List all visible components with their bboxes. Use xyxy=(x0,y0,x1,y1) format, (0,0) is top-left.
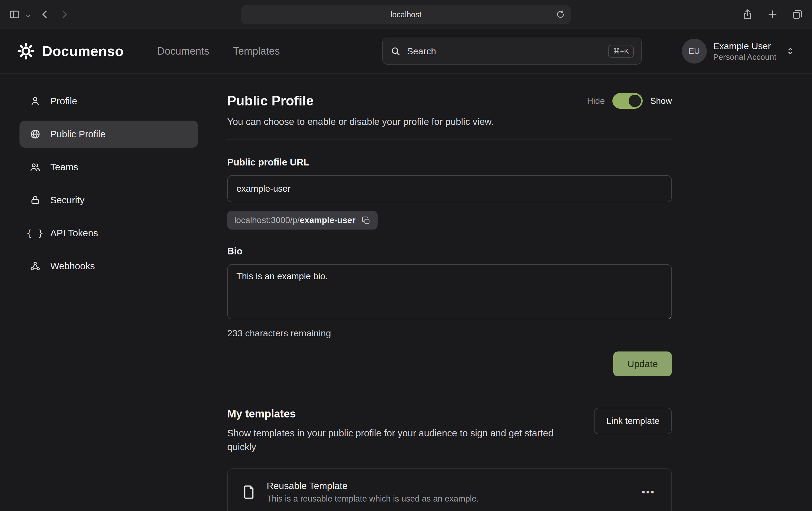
sidebar-item-label: API Tokens xyxy=(50,228,98,238)
my-templates-description: Show templates in your public profile fo… xyxy=(227,426,584,454)
my-templates-title: My templates xyxy=(227,408,584,420)
globe-icon xyxy=(29,128,41,140)
bio-textarea[interactable]: This is an example bio. xyxy=(227,264,672,319)
refresh-icon[interactable] xyxy=(555,9,566,20)
template-menu-ellipsis-icon[interactable]: ••• xyxy=(638,486,658,498)
brand-name: Documenso xyxy=(42,43,124,59)
divider xyxy=(227,139,672,140)
search-icon xyxy=(390,46,401,56)
brand[interactable]: Documenso xyxy=(16,41,124,61)
forward-icon[interactable] xyxy=(58,8,70,20)
page-subtitle: You can choose to enable or disable your… xyxy=(227,116,672,127)
main-panel: Public Profile Hide Show You can choose … xyxy=(216,73,672,511)
sidebar-item-label: Webhooks xyxy=(50,261,95,271)
nav-templates[interactable]: Templates xyxy=(233,46,280,57)
chevron-down-icon[interactable] xyxy=(25,11,31,18)
copy-icon[interactable] xyxy=(361,216,371,225)
sidebar-item-label: Profile xyxy=(50,96,77,107)
sidebar-item-api-tokens[interactable]: { } API Tokens xyxy=(20,219,198,247)
sidebar-item-label: Public Profile xyxy=(50,129,106,140)
chevron-up-down-icon xyxy=(785,46,796,57)
settings-sidebar: Profile Public Profile Teams Security xyxy=(0,73,216,511)
app-header: Documenso Documents Templates ⌘+K EU Exa… xyxy=(0,29,812,73)
template-description: This is a reusable template which is use… xyxy=(267,494,629,504)
profile-url-preview[interactable]: localhost:3000/p/example-user xyxy=(227,211,378,230)
back-icon[interactable] xyxy=(39,8,51,20)
sidebar-item-label: Security xyxy=(50,195,84,206)
sidebar-item-label: Teams xyxy=(50,162,78,173)
visibility-toggle-group: Hide Show xyxy=(587,93,672,109)
sidebar-item-public-profile[interactable]: Public Profile xyxy=(20,121,198,148)
address-bar-url: localhost xyxy=(390,10,422,19)
sidebar-item-webhooks[interactable]: Webhooks xyxy=(20,252,198,279)
lock-icon xyxy=(29,194,41,206)
profile-url-preview-text: localhost:3000/p/example-user xyxy=(234,215,355,225)
characters-remaining: 233 characters remaining xyxy=(227,328,672,338)
search-shortcut-badge: ⌘+K xyxy=(608,45,634,58)
sidebar-item-security[interactable]: Security xyxy=(20,186,198,214)
toggle-hide-label: Hide xyxy=(587,96,605,106)
browser-toolbar: localhost xyxy=(0,0,812,29)
sidebar-item-teams[interactable]: Teams xyxy=(20,154,198,181)
profile-url-label: Public profile URL xyxy=(227,157,672,168)
toggle-show-label: Show xyxy=(650,96,672,106)
tab-overview-icon[interactable] xyxy=(791,8,803,20)
template-card: Reusable Template This is a reusable tem… xyxy=(227,468,672,511)
braces-icon: { } xyxy=(29,227,41,239)
sidebar-item-profile[interactable]: Profile xyxy=(20,88,198,115)
user-name: Example User xyxy=(713,40,776,52)
bio-label: Bio xyxy=(227,246,672,257)
profile-url-input[interactable] xyxy=(227,175,672,202)
documenso-logo-icon xyxy=(16,41,36,61)
user-account-type: Personal Account xyxy=(713,52,776,62)
link-template-button[interactable]: Link template xyxy=(594,408,672,434)
share-icon[interactable] xyxy=(742,8,754,20)
toggle-knob xyxy=(629,95,641,107)
file-icon xyxy=(241,483,257,501)
nav-documents[interactable]: Documents xyxy=(157,46,209,57)
update-button[interactable]: Update xyxy=(613,352,672,377)
template-name: Reusable Template xyxy=(267,480,629,491)
address-bar[interactable]: localhost xyxy=(241,5,571,24)
app-window: localhost xyxy=(0,0,812,511)
main-nav: Documents Templates xyxy=(157,46,280,57)
new-tab-icon[interactable] xyxy=(766,8,779,20)
users-icon xyxy=(29,161,41,173)
avatar[interactable]: EU xyxy=(682,39,707,63)
search-input[interactable] xyxy=(407,46,602,57)
profile-visibility-toggle[interactable] xyxy=(612,93,643,109)
search-box[interactable]: ⌘+K xyxy=(382,37,642,65)
person-icon xyxy=(29,95,41,107)
webhook-icon xyxy=(29,260,41,272)
sidebar-toggle-icon[interactable] xyxy=(9,8,21,20)
page-title: Public Profile xyxy=(227,93,314,109)
user-menu[interactable]: EU Example User Personal Account xyxy=(682,39,796,63)
